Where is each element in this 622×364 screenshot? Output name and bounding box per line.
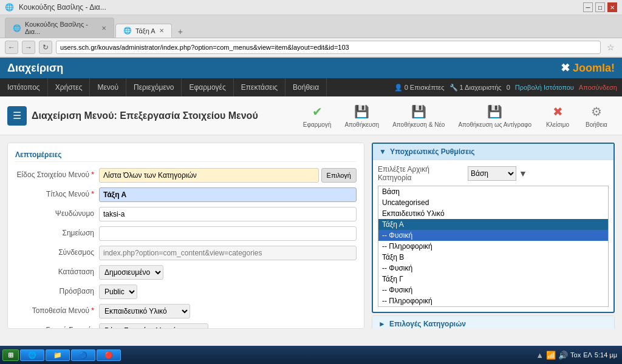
menu-type-control: Επιλογή (99, 168, 357, 183)
note-row: Σημείωση (15, 226, 357, 241)
status-control: Δημοσιευμένο (99, 265, 357, 280)
save-copy-button[interactable]: 💾 Αποθήκευση ως Αντίγραφο (453, 100, 537, 131)
minimize-button[interactable]: ─ (583, 2, 593, 12)
stat3: 0 (507, 84, 510, 91)
back-button[interactable]: ← (5, 41, 18, 54)
location-select[interactable]: Εκπαιδευτικό Υλικό (99, 304, 190, 318)
taskbar-app[interactable]: 🔴 (97, 349, 121, 361)
dropdown-item-pliro2[interactable]: -- Πληροφορική (378, 295, 608, 306)
title-bar: 🌐 Κουκούδης Βασίλης - Δια... ─ □ ✕ (0, 0, 622, 15)
apply-label: Εφαρμογή (303, 121, 332, 128)
access-row: Πρόσβαση Public (15, 285, 357, 299)
tab-1-close[interactable]: ✕ (101, 25, 106, 32)
link-label: Σύνδεσμος (15, 246, 94, 257)
alias-input[interactable] (99, 207, 357, 221)
new-tab-button[interactable]: + (173, 25, 188, 38)
taskbar-explorer[interactable]: 🌐 (20, 349, 44, 361)
location-row: Τοποθεσία Μενού Εκπαιδευτικό Υλικό (15, 304, 357, 318)
required-settings-content: Επιλέξτε Αρχική Κατηγορία Βάση ▼ (373, 160, 613, 312)
start-button[interactable]: ⊞ (2, 349, 19, 361)
nav-bar: Ιστότοπος Χρήστες Μενού Περιεχόμενο Εφαρ… (0, 78, 622, 96)
access-select[interactable]: Public (99, 285, 137, 299)
nav-content[interactable]: Περιεχόμενο (126, 78, 182, 96)
restore-button[interactable]: □ (595, 2, 605, 12)
access-control: Public (99, 285, 357, 299)
save-new-label: Αποθήκευση & Νέο (392, 121, 445, 128)
nav-apps[interactable]: Εφαρμογές (182, 78, 233, 96)
logout-link[interactable]: Αποσύνδεση (579, 84, 617, 91)
alias-row: Ψευδώνυμο (15, 207, 357, 221)
browser-favicon: 🌐 (5, 3, 14, 12)
note-input[interactable] (99, 226, 357, 241)
browser-title: Κουκούδης Βασίλης - Δια... (19, 3, 106, 12)
content-area: Λεπτομέρειες Είδος Στοιχείου Μενού Επιλο… (0, 135, 622, 336)
cat-options-title: Επιλογές Κατηγοριών (389, 320, 466, 328)
save-copy-label: Αποθήκευση ως Αντίγραφο (458, 121, 531, 128)
menu-type-input[interactable] (99, 168, 319, 183)
nav-help[interactable]: Βοήθεια (285, 78, 327, 96)
nav-users[interactable]: Χρήστες (48, 78, 91, 96)
dropdown-item-physiki1[interactable]: -- Φυσική (378, 230, 608, 241)
bookmark-button[interactable]: ☆ (604, 42, 617, 52)
note-label: Σημείωση (15, 226, 94, 237)
tab-1[interactable]: 🌐 Κουκούδης Βασίλης - Δια... ✕ (5, 18, 114, 38)
taskbar: ⊞ 🌐 📁 🔵 🔴 ▲ 📶 🔊 Tox ΕΛ 5:14 μμ (0, 346, 622, 364)
dropdown-item-basis[interactable]: Βάση (378, 186, 608, 197)
dropdown-item-uncategorised[interactable]: Uncategorised (378, 197, 608, 208)
parent-select[interactable]: Βάση Στοιχείου Μενού (99, 323, 208, 329)
page-title: Διαχείριση Μενού: Επεξεργασία Στοιχείου … (32, 110, 258, 121)
dropdown-item-physiki2[interactable]: -- Φυσική (378, 263, 608, 274)
app-title: Διαχείριση (7, 62, 63, 75)
page-icon: ☰ (7, 106, 27, 126)
save-copy-icon: 💾 (487, 103, 504, 120)
right-panel: ▼ Υποχρεωτικές Ρυθμίσεις Επιλέξτε Αρχική… (372, 143, 615, 329)
forward-button[interactable]: → (22, 41, 35, 54)
clock: 5:14 μμ (595, 351, 617, 359)
link-control (99, 246, 357, 260)
dropdown-item-taxib[interactable]: Τάξη Β (378, 252, 608, 263)
save-label: Αποθήκευση (344, 121, 379, 128)
close-button[interactable]: ✕ (607, 2, 617, 12)
refresh-button[interactable]: ↻ (39, 41, 52, 54)
dropdown-item-taxig[interactable]: Τάξη Γ (378, 274, 608, 285)
admin-icon: 🔧 (449, 84, 458, 92)
taskbar-chrome[interactable]: 🔵 (71, 349, 95, 361)
window-controls: ─ □ ✕ (583, 2, 617, 12)
nav-site[interactable]: Ιστότοπος (0, 78, 48, 96)
system-tray: ▲ 📶 🔊 Tox ΕΛ 5:14 μμ (533, 351, 620, 360)
dropdown-item-physiki3[interactable]: -- Φυσική (378, 285, 608, 295)
dropdown-item-taxia[interactable]: Τάξη Α (378, 219, 608, 230)
toolbar-title-area: ☰ Διαχείριση Μενού: Επεξεργασία Στοιχείο… (7, 106, 290, 126)
nav-extensions[interactable]: Επεκτάσεις (234, 78, 285, 96)
save-new-button[interactable]: 💾 Αποθήκευση & Νέο (387, 100, 450, 131)
view-site-link[interactable]: Προβολή Ιστότοπου (515, 84, 574, 91)
apply-button[interactable]: ✔ Εφαρμογή (298, 100, 337, 131)
title-input[interactable] (99, 187, 357, 202)
cancel-button[interactable]: ✖ Κλείσιμο (539, 100, 576, 131)
select-button[interactable]: Επιλογή (321, 168, 357, 183)
tab-2[interactable]: 🌐 Τάξη Α ✕ (115, 24, 172, 38)
status-select[interactable]: Δημοσιευμένο (99, 265, 163, 280)
cat-options-header[interactable]: ► Επιλογές Κατηγοριών (372, 316, 614, 329)
language-indicator: ΕΛ (583, 351, 592, 359)
tab-2-close[interactable]: ✕ (159, 27, 164, 34)
link-input[interactable] (99, 246, 357, 260)
save-button[interactable]: 💾 Αποθήκευση (339, 100, 384, 131)
help-button[interactable]: ⚙ Βοήθεια (578, 100, 615, 131)
top-bar: Διαχείριση ✖ Joomla! (0, 58, 622, 78)
required-settings-title: Υποχρεωτικές Ρυθμίσεις (390, 147, 475, 156)
cat-options-section: ► Επιλογές Κατηγοριών (372, 315, 615, 329)
toolbar: ☰ Διαχείριση Μενού: Επεξεργασία Στοιχείο… (0, 96, 622, 135)
dropdown-item-edu[interactable]: Εκπαιδευτικό Υλικό (378, 208, 608, 219)
tox-label: Tox (570, 351, 581, 359)
nav-menu[interactable]: Μενού (90, 78, 126, 96)
taskbar-folder[interactable]: 📁 (46, 349, 70, 361)
required-settings-header[interactable]: ▼ Υποχρεωτικές Ρυθμίσεις (373, 144, 613, 160)
category-top-select[interactable]: Βάση (468, 166, 516, 181)
save-new-icon: 💾 (410, 103, 427, 120)
save-icon: 💾 (354, 103, 371, 120)
dropdown-item-pliro1[interactable]: -- Πληροφορική (378, 241, 608, 252)
alias-control (99, 207, 357, 221)
apply-icon: ✔ (309, 103, 326, 120)
address-input[interactable] (56, 41, 601, 54)
